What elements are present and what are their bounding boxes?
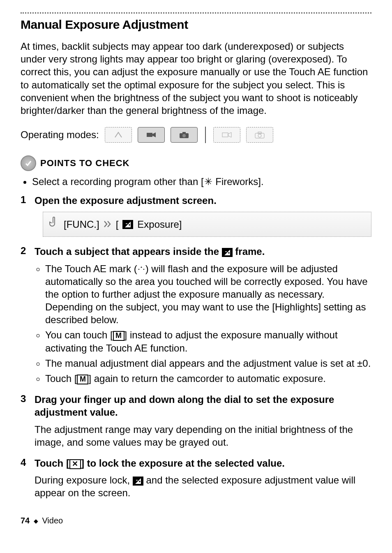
s2b1a: The Touch AE mark (: [45, 263, 137, 274]
operating-modes-label: Operating modes:: [21, 129, 99, 141]
page-number: 74: [21, 516, 30, 525]
svg-rect-0: [147, 133, 152, 137]
step-1: Open the exposure adjustment screen. [FU…: [21, 194, 371, 237]
step-1-title: Open the exposure adjustment screen.: [35, 194, 371, 207]
check-item: Select a recording program other than [✳…: [32, 176, 371, 187]
manual-page: Manual Exposure Adjustment At times, bac…: [0, 0, 392, 534]
func-label: [FUNC.]: [64, 219, 99, 230]
step-2-bullet-1: The Touch AE mark () will flash and the …: [45, 262, 371, 326]
mode-movie-icon: [138, 127, 165, 143]
fireworks-icon: ✳: [204, 176, 213, 187]
step-4-body: During exposure lock, and the selected e…: [35, 474, 371, 499]
step-2-title-a: Touch a subject that appears inside the: [35, 246, 222, 257]
close-x-icon: ✕: [69, 459, 81, 469]
step-3: Drag your finger up and down along the d…: [21, 393, 371, 449]
step-2-bullet-4: Touch [M] again to return the camcorder …: [45, 372, 371, 385]
check-item-text-b: Fireworks].: [213, 176, 264, 187]
footer-diamond-icon: ◆: [34, 518, 38, 524]
m-icon: M: [77, 375, 88, 384]
s2b4b: ] again to return the camcorder to autom…: [88, 373, 326, 384]
step-4: Touch [✕] to lock the exposure at the se…: [21, 457, 371, 500]
touch-ae-mark-icon: [137, 263, 145, 274]
step-2-title: Touch a subject that appears inside the …: [35, 245, 371, 258]
mode-photo-icon: [171, 127, 198, 143]
step-3-body: The adjustment range may vary depending …: [35, 423, 371, 449]
page-footer: 74 ◆ Video: [21, 516, 371, 525]
page-title: Manual Exposure Adjustment: [21, 18, 371, 32]
footer-section: Video: [42, 516, 63, 525]
s4ta: Touch [: [35, 458, 69, 469]
exposure-bracket-open: [: [116, 219, 119, 230]
s4tb: ] to lock the exposure at the selected v…: [81, 458, 285, 469]
s2b2a: You can touch [: [45, 329, 113, 340]
points-to-check-header: POINTS TO CHECK: [21, 155, 371, 171]
intro-paragraph: At times, backlit subjects may appear to…: [21, 40, 371, 117]
svg-rect-3: [182, 132, 186, 134]
step-4-title: Touch [✕] to lock the exposure at the se…: [35, 457, 371, 470]
svg-point-6: [258, 134, 261, 137]
touch-hand-icon: [49, 216, 60, 232]
mode-auto-icon: [105, 127, 132, 143]
m-icon: M: [113, 331, 125, 341]
mode-playback-movie-icon: [213, 127, 240, 143]
exposure-icon: [222, 248, 233, 257]
s2b4a: Touch [: [45, 373, 77, 384]
func-path-box: [FUNC.] [ Exposure]: [43, 212, 371, 237]
check-badge-icon: [21, 155, 36, 171]
exposure-label: Exposure]: [137, 219, 182, 230]
mode-separator: [205, 127, 206, 143]
points-to-check-label: POINTS TO CHECK: [40, 158, 130, 169]
operating-modes-row: Operating modes:: [21, 127, 371, 143]
s4ba: During exposure lock,: [35, 474, 133, 486]
exposure-icon: [122, 220, 133, 229]
svg-rect-4: [222, 133, 228, 137]
steps-list: Open the exposure adjustment screen. [FU…: [21, 194, 371, 499]
exposure-icon: [133, 477, 143, 486]
chevrons-icon: [104, 219, 112, 230]
step-2-bullet-2: You can touch [M] instead to adjust the …: [45, 329, 371, 354]
step-2-bullets: The Touch AE mark () will flash and the …: [35, 262, 371, 385]
svg-point-2: [182, 134, 186, 137]
top-rule: [21, 12, 371, 14]
svg-point-10: [138, 269, 139, 270]
step-2-title-b: frame.: [233, 246, 265, 257]
points-to-check-list: Select a recording program other than [✳…: [21, 176, 371, 187]
svg-point-11: [143, 269, 144, 270]
step-2: Touch a subject that appears inside the …: [21, 245, 371, 385]
step-2-bullet-3: The manual adjustment dial appears and t…: [45, 357, 371, 370]
step-3-title: Drag your finger up and down along the d…: [35, 393, 371, 419]
mode-playback-photo-icon: [246, 127, 273, 143]
check-item-text-a: Select a recording program other than [: [32, 176, 204, 187]
